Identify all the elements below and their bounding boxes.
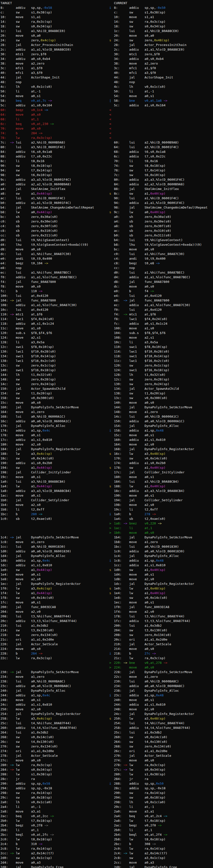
asm-line-current: 148: move a1,zero (114, 409, 158, 414)
asm-line-current: 260: sw v0,0x14c(s0) (114, 735, 167, 739)
asm-line-current: 218: b 27c ~> (114, 651, 156, 656)
asm-line-current: 1e4: lw a1,0x40(sp) (114, 591, 166, 595)
asm-line-target: 140: swc1 $f16,0x18(sp) (0, 368, 56, 372)
asm-text-segment: 23c: addiu a1,sp, (114, 693, 156, 697)
asm-line-current: 284: jr ra (114, 777, 148, 781)
asm-line-current: 40: mfc1 a3,$f0 (114, 70, 156, 75)
asm-line-target: e8: nop (0, 266, 22, 270)
asm-row: 114: lwc1 $f4,0x24(s0)f8: lwc1 $f4,0x24(… (0, 317, 213, 321)
asm-row: 188: lw a3,0x4c(sp)s16c: lw a3,0x48(sp) (0, 452, 213, 456)
asm-text-segment: ~> (123, 661, 129, 664)
asm-row: 28: jal Actor_ProcessInitChain28: jal Ac… (0, 42, 213, 47)
asm-line-target: 1d4: jal DynaPolyInfo_Alloc (0, 554, 65, 558)
asm-row: 1c8: move a1,zero1b8: move a1,zero (0, 539, 213, 544)
asm-row: 248: move a0,s1240: move a0,s1 (0, 698, 213, 702)
asm-line-target: 26c: sw t4,0x130(s0) (0, 739, 54, 744)
asm-line-target: 60: beqz v0,1c4 ~> (0, 107, 48, 112)
asm-text-segment: 64: move a0,s0 (0, 113, 40, 116)
asm-text-segment: 284 (31, 652, 37, 655)
asm-line-current: 194: jal Collider_SetCylinder (114, 498, 183, 502)
asm-row: >1a8: ~> bnez v0,220 ~> (0, 521, 213, 526)
asm-line-target: a8: sw a1,0x44(sp) (0, 191, 52, 196)
asm-row: dc: lui a1,%hi(func_80A87C30)c0: lui a1,… (0, 252, 213, 256)
diff-marker: s (109, 586, 111, 591)
asm-line-current: 170: sw v0,0x14c(s0) (114, 456, 167, 461)
asm-text-segment: ~> (156, 261, 160, 265)
asm-line-target: 1cc: lui a0,%hi(D_06001830) (0, 544, 65, 549)
asm-line-target: 88: addiu t7,s0,0x22c (0, 154, 52, 159)
asm-text-segment: lw ra,0x3c(sp) (16, 763, 52, 767)
asm-row: 194: sw a1,0x44(sp)s178: sw a1,0x40(sp) (0, 465, 213, 470)
asm-line-current: 16c: lw a3,0x48(sp) (114, 452, 166, 456)
asm-line-current: c8: beqz t0,e8 ~> (114, 261, 160, 266)
asm-line-current: 10: move s1,a1 (114, 15, 154, 19)
asm-text-segment: 24: sw zero, (114, 38, 154, 42)
asm-line-current: 58: bne v0,at,1a8 ~> (114, 98, 167, 103)
asm-line-current: 1e8: sw v0,0x14c(s0) (114, 595, 167, 600)
asm-line-target: 24c: addiu a1,s1,0x810 (0, 702, 52, 707)
asm-line-target: 214: sw t3,0x130(s0) (0, 628, 54, 632)
asm-text-segment: beq v0,at,7c (16, 99, 48, 102)
asm-row: 138: lwc1 $f16,0x2c(s0)11c: lwc1 $f16,0x… (0, 359, 213, 363)
asm-row: 180: move a2,s0164: move a2,s0 (0, 442, 213, 447)
diff-marker: s (109, 191, 111, 196)
asm-line-target: 2c8: lw ra,0x14(sp) (0, 846, 52, 851)
asm-text-segment: 218: b (114, 652, 144, 655)
asm-line-current: 1d8: move a2,s0 (114, 577, 154, 582)
asm-text-segment: 258: lw a3, (0, 717, 37, 720)
asm-text-segment: ~> (48, 99, 52, 102)
asm-line-target: 1b0: jal Collider_SetCylinder (0, 498, 69, 502)
asm-line-current: 1ec: move a0,s1 (114, 600, 154, 604)
asm-line-target: 18: sw s0,0x34(sp) (0, 24, 52, 29)
asm-row: 1ac: move a0,s1190: move a0,s1 (0, 493, 213, 498)
asm-line-current: 17c: jal Collider_InitCylinder (114, 470, 185, 474)
asm-text-segment: 0x48(sp) (150, 587, 166, 590)
asm-line-target: d4: lhu t9,%lo(gSaveContext+0xeda)(t9) (0, 242, 88, 247)
asm-row: 1b0: jal Collider_SetCylinder194: jal Co… (0, 498, 213, 502)
asm-line-target: 1b8: li t2,0xff (0, 507, 44, 512)
asm-row: 50: li at,-150: li at,-1 (0, 89, 213, 94)
asm-row: 200: jal func_8003ECA81f0: jal func_8003… (0, 604, 213, 609)
asm-line-current: a8: sb zero,0x30f(s0) (114, 224, 171, 228)
asm-row: 174: addiu a1,sp,0x4ci158: addiu a1,sp,0… (0, 428, 213, 433)
asm-line-current: 98: jal SkelAnime_ChangeAnimDefaultRepea… (114, 205, 208, 210)
asm-line-target: 20c: addiu t3,t3,%lo(func_80A87F44) (0, 619, 77, 623)
asm-row: 298: sw ra,0x14(sp)290: sw ra,0x14(sp) (0, 790, 213, 795)
asm-row: e4: beqz t0,104 ~>c8: beqz t0,e8 ~> (0, 261, 213, 266)
asm-line-target: 264: lui a1,0x3db2 (0, 730, 48, 735)
asm-text-segment: 224: move a0,s0 (114, 665, 154, 669)
asm-line-target: 288: lw s1,0x38(sp) (0, 772, 52, 777)
asm-row: d8: move a0,s0bc: move a0,s0 (0, 247, 213, 252)
asm-text-segment: 0x44(sp) (37, 591, 52, 595)
asm-text-segment: ~> (164, 99, 168, 102)
asm-text-segment: lw ra,0x3c(sp) (129, 763, 166, 767)
asm-text-segment: ~> (10, 312, 15, 316)
asm-line-current: 23c: addiu a1,sp,0x48 (114, 693, 164, 698)
asm-line-current: 128: lh t1,0x32(s0) (114, 372, 166, 377)
asm-line-target: 9c: addiu a3,a3,%lo(D_06001F4C) (0, 177, 71, 182)
asm-line-current: 21c: lw ra,0x3c(sp) (114, 656, 166, 660)
asm-line-target: 2d8: jal DynaPolyInfo_Free (0, 865, 64, 868)
asm-line-target: 174: addiu a1,sp,0x4c (0, 428, 50, 433)
asm-line-target: 120: sub.s $f8,$f4,$f6 (0, 331, 52, 335)
asm-line-current: 25c: lui a1,0x3db2 (114, 730, 162, 735)
asm-line-current: 274: move a0,s0 (114, 758, 154, 763)
asm-row: 25c: lui t4,%hi(func_80A87F44)254: lui t… (0, 721, 213, 725)
asm-text-segment: ~> (10, 141, 15, 144)
diff-marker: > (109, 521, 111, 526)
asm-line-current: 11c: lwc1 $f16,0x2c(s0) (114, 359, 169, 363)
asm-line-target: 4c: lh v0,0x1c(s0) (0, 84, 52, 89)
asm-line-current: 1fc: addiu t3,t3,%lo(func_80A87F44) (114, 619, 190, 623)
diff-marker: i (109, 5, 111, 10)
asm-line-target: 40: mfc1 a3,$f0 (0, 70, 42, 75)
asm-row: 140: swc1 $f16,0x18(sp)124: swc1 $f16,0x… (0, 368, 213, 372)
asm-row: 190: addiu a1,s0,0x2b0174: addiu a1,s0,0… (0, 461, 213, 465)
asm-text-segment: 110: (0, 312, 10, 316)
asm-row: 18: sw s0,0x34(sp)18: sw s0,0x34(sp) (0, 24, 213, 29)
asm-line-target: 27c: move a0,s0 (0, 758, 40, 763)
asm-text-segment: ~> (123, 299, 129, 302)
asm-line-current: 184: lui a3,%hi(D_80A88CB4) (114, 479, 179, 484)
asm-row: cc: sb zero,0x311(s0)b0: sb zero,0x311(s… (0, 233, 213, 238)
asm-row: 48: nop48: nop (0, 80, 213, 84)
asm-line-current: 278: ~> lw ra,0x3c(sp) (114, 763, 166, 767)
